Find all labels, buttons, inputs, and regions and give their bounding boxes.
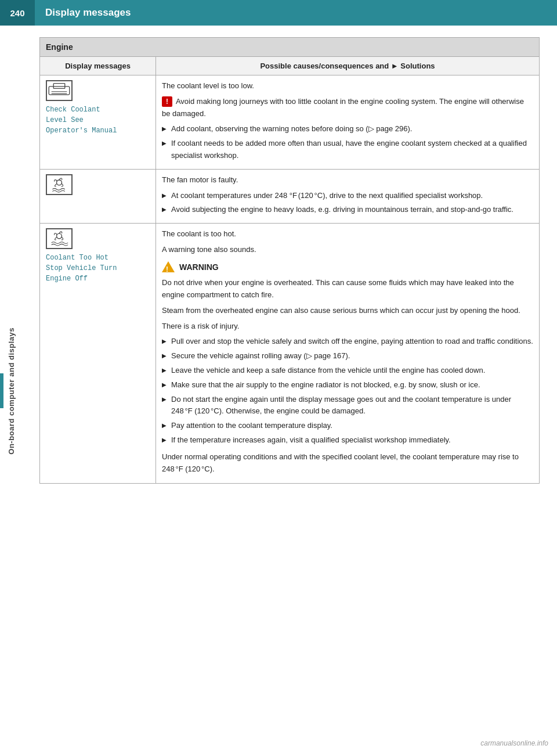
table-row: Coolant Too HotStop Vehicle TurnEngine O… (40, 224, 540, 484)
causes-cell-check-coolant: The coolant level is too low. ! Avoid ma… (156, 75, 540, 170)
list-item: Leave the vehicle and keep a safe distan… (162, 365, 533, 377)
table-row: The fan motor is faulty. At coolant temp… (40, 169, 540, 223)
list-item: Pull over and stop the vehicle safely an… (162, 336, 533, 348)
fan-faulty-icon (46, 174, 73, 195)
list-item: Do not start the engine again until the … (162, 394, 533, 418)
col1-header: Display messages (40, 57, 156, 75)
sidebar-indicator (0, 373, 3, 408)
watermark: carmanualsonline.info (480, 739, 548, 747)
main-content: Engine Display messages Possible causes/… (22, 26, 557, 501)
causes-cell-fan-faulty: The fan motor is faulty. At coolant temp… (156, 169, 540, 223)
list-item: If the temperature increases again, visi… (162, 434, 533, 447)
engine-table: Engine Display messages Possible causes/… (39, 37, 540, 484)
sidebar: On-board computer and displays (0, 26, 22, 756)
coolant-hot-label: Coolant Too HotStop Vehicle TurnEngine O… (46, 253, 150, 284)
danger-icon: ! (162, 96, 172, 107)
list-item: Add coolant, observing the warning notes… (162, 123, 533, 135)
svg-point-4 (57, 180, 62, 185)
page-number: 240 (0, 0, 35, 26)
list-item: Pay attention to the coolant temperature… (162, 420, 533, 432)
causes-bullets-coolant-hot: Pull over and stop the vehicle safely an… (162, 336, 533, 446)
svg-point-5 (57, 233, 62, 239)
table-section-header: Engine (40, 38, 540, 57)
warning-block: WARNING (162, 261, 533, 273)
check-coolant-icon (46, 80, 73, 101)
warning-label: WARNING (179, 261, 219, 273)
warning-triangle-icon (162, 261, 175, 272)
table-row: Check CoolantLevel SeeOperator's Manual … (40, 75, 540, 170)
list-item: Secure the vehicle against rolling away … (162, 350, 533, 362)
header-bar: 240 Display messages (0, 0, 557, 26)
page-wrapper: 240 Display messages On-board computer a… (0, 0, 557, 756)
page-title: Display messages (35, 7, 131, 19)
check-coolant-label: Check CoolantLevel SeeOperator's Manual (46, 105, 150, 136)
causes-bullets-check-coolant: Add coolant, observing the warning notes… (162, 123, 533, 161)
causes-bullets-fan-faulty: At coolant temperatures under 248 °F (12… (162, 190, 533, 217)
list-item: At coolant temperatures under 248 °F (12… (162, 190, 533, 202)
display-cell-fan-faulty (40, 169, 156, 223)
sidebar-label: On-board computer and displays (7, 327, 16, 455)
display-cell-coolant-hot: Coolant Too HotStop Vehicle TurnEngine O… (40, 224, 156, 484)
list-item: Make sure that the air supply to the eng… (162, 379, 533, 391)
causes-cell-coolant-hot: The coolant is too hot. A warning tone a… (156, 224, 540, 484)
display-cell-check-coolant: Check CoolantLevel SeeOperator's Manual (40, 75, 156, 170)
col2-header: Possible causes/consequences and ► Solut… (156, 57, 540, 75)
list-item: If coolant needs to be added more often … (162, 138, 533, 162)
list-item: Avoid subjecting the engine to heavy loa… (162, 204, 533, 216)
coolant-hot-icon (46, 228, 73, 249)
svg-rect-1 (53, 84, 65, 89)
